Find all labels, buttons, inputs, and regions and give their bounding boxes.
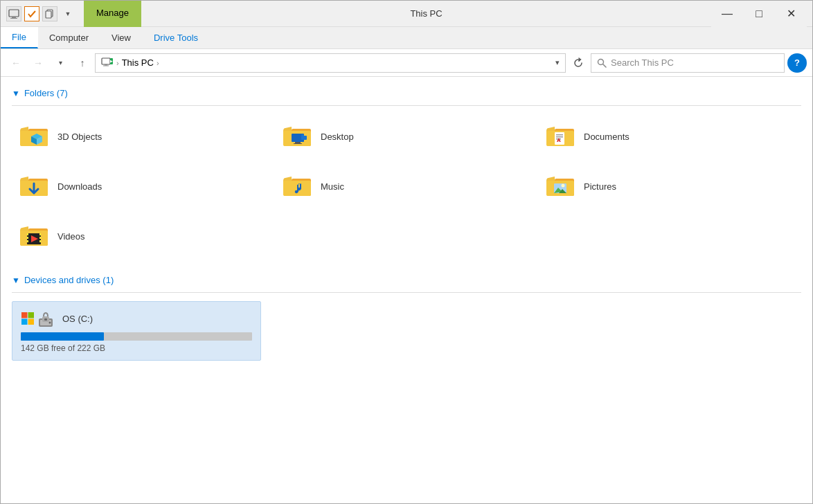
main-content: ▼ Folders (7) 3D Objects <box>1 77 812 503</box>
svg-rect-48 <box>39 233 41 235</box>
folder-3d-objects[interactable]: 3D Objects <box>12 114 275 159</box>
dropdown-icon[interactable]: ▼ <box>60 6 75 21</box>
computer-icon <box>6 6 21 21</box>
path-separator-2: › <box>157 59 159 67</box>
svg-point-58 <box>49 322 51 324</box>
svg-rect-27 <box>556 134 563 136</box>
path-separator-1: › <box>116 59 119 67</box>
svg-rect-6 <box>105 64 107 66</box>
folder-documents-icon: A <box>544 120 577 153</box>
window-controls: — □ ✕ <box>711 1 807 27</box>
folders-chevron[interactable]: ▼ <box>12 89 20 98</box>
folder-downloads-label: Downloads <box>57 181 102 192</box>
svg-rect-47 <box>27 240 28 242</box>
back-button[interactable]: ← <box>6 53 26 73</box>
folder-downloads-icon <box>17 170 51 203</box>
folder-pictures-label: Pictures <box>584 181 616 192</box>
svg-rect-1 <box>12 17 16 18</box>
recent-locations-button[interactable]: ▾ <box>51 53 70 73</box>
drive-c-header: OS (C:) <box>21 309 252 328</box>
svg-rect-52 <box>21 312 28 318</box>
drives-section-title: Devices and drives (1) <box>24 275 114 285</box>
svg-rect-21 <box>294 143 302 144</box>
search-placeholder: Search This PC <box>611 57 674 68</box>
folder-music[interactable]: Music <box>275 164 538 208</box>
folder-pictures[interactable]: Pictures <box>538 164 801 208</box>
drives-section-header: ▼ Devices and drives (1) <box>12 269 801 293</box>
svg-rect-7 <box>103 65 109 66</box>
folder-music-label: Music <box>321 181 344 192</box>
address-dropdown[interactable]: ▾ <box>555 58 560 67</box>
title-bar: ▼ Manage This PC — □ ✕ <box>1 1 812 27</box>
svg-rect-22 <box>301 136 307 140</box>
address-input[interactable]: ▶ › This PC › ▾ <box>95 53 566 73</box>
drive-c-progress-fill <box>21 332 104 341</box>
search-icon <box>597 58 607 68</box>
svg-rect-60 <box>44 318 47 321</box>
svg-point-41 <box>562 184 565 188</box>
svg-rect-4 <box>46 11 51 18</box>
address-bar: ← → ▾ ↑ ▶ › This PC › ▾ Sear <box>1 49 812 77</box>
folder-3d-objects-icon <box>17 120 51 153</box>
svg-text:A: A <box>557 137 561 143</box>
svg-text:▶: ▶ <box>110 59 113 63</box>
folders-section-header: ▼ Folders (7) <box>12 82 801 106</box>
maximize-button[interactable]: □ <box>743 1 775 27</box>
windows-logo-icon <box>21 312 35 325</box>
svg-rect-49 <box>39 237 41 239</box>
search-box[interactable]: Search This PC <box>591 53 785 73</box>
path-segment-thispc[interactable]: This PC <box>122 57 154 68</box>
drives-chevron[interactable]: ▼ <box>12 276 20 285</box>
drive-c-space: 142 GB free of 222 GB <box>21 343 252 353</box>
minimize-button[interactable]: — <box>711 1 743 27</box>
forward-button[interactable]: → <box>28 53 48 73</box>
drive-c-progress-container <box>21 332 252 341</box>
svg-rect-23 <box>301 134 304 136</box>
svg-rect-50 <box>39 240 41 242</box>
quick-access-toolbar: ▼ <box>6 6 75 21</box>
drive-c-icons <box>21 309 55 328</box>
folder-documents-label: Documents <box>584 132 629 142</box>
tab-view[interactable]: View <box>100 27 143 48</box>
svg-rect-45 <box>27 233 28 235</box>
folder-downloads[interactable]: Downloads <box>12 164 275 208</box>
folder-music-icon <box>280 170 314 203</box>
svg-rect-46 <box>27 237 28 239</box>
svg-rect-20 <box>295 142 301 143</box>
folder-documents[interactable]: A Documents <box>538 114 801 159</box>
manage-ribbon-button[interactable]: Manage <box>84 1 141 27</box>
svg-rect-0 <box>9 10 19 17</box>
address-path: ▶ › This PC › ▾ <box>101 57 560 69</box>
checkmark-icon <box>24 6 39 21</box>
folder-desktop-label: Desktop <box>321 132 354 142</box>
folder-3d-objects-label: 3D Objects <box>57 132 102 142</box>
drive-c-name: OS (C:) <box>62 314 93 324</box>
tab-computer[interactable]: Computer <box>38 27 100 48</box>
folder-desktop-icon <box>280 120 314 153</box>
window-title: This PC <box>141 8 711 19</box>
svg-rect-54 <box>21 319 28 325</box>
svg-line-11 <box>603 64 607 67</box>
help-button[interactable]: ? <box>787 53 807 73</box>
folders-grid: 3D Objects Desktop <box>12 114 801 258</box>
svg-rect-53 <box>28 312 35 318</box>
folder-pictures-icon <box>544 170 577 203</box>
copy-icon <box>42 6 57 21</box>
folders-section-title: Folders (7) <box>24 88 68 98</box>
folder-videos[interactable]: Videos <box>12 214 275 258</box>
drive-lock-icon <box>36 309 55 328</box>
folder-videos-label: Videos <box>57 231 85 242</box>
up-button[interactable]: ↑ <box>73 53 92 73</box>
drive-c[interactable]: OS (C:) 142 GB free of 222 GB <box>12 301 261 361</box>
tab-drive-tools[interactable]: Drive Tools <box>143 27 210 48</box>
refresh-button[interactable] <box>569 53 588 73</box>
close-button[interactable]: ✕ <box>775 1 807 27</box>
svg-rect-5 <box>102 58 110 64</box>
svg-rect-2 <box>10 18 17 19</box>
tab-file[interactable]: File <box>1 27 38 48</box>
folder-videos-icon <box>17 219 51 253</box>
folder-desktop[interactable]: Desktop <box>275 114 538 159</box>
pc-icon: ▶ <box>101 57 114 69</box>
ribbon: File Computer View Drive Tools <box>1 27 812 49</box>
svg-rect-55 <box>28 319 35 325</box>
